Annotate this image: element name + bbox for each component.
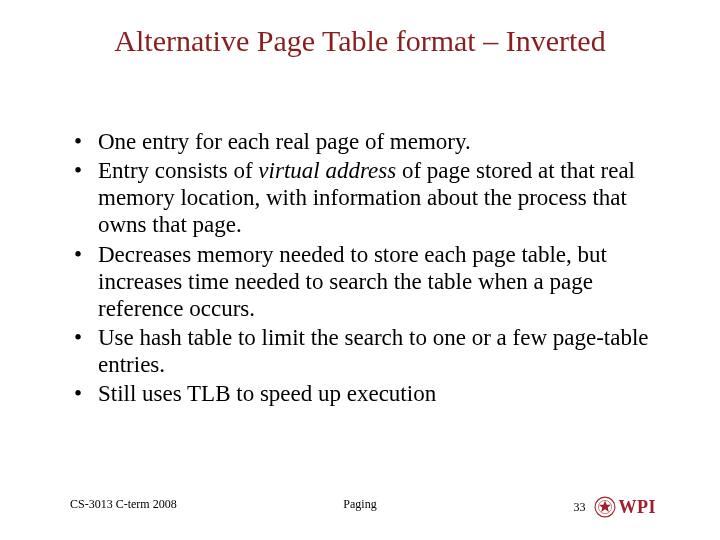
list-item: Still uses TLB to speed up execution: [70, 380, 650, 407]
slide-body: One entry for each real page of memory. …: [70, 128, 650, 409]
seal-icon: [594, 496, 616, 518]
footer-right-group: 33 WPI: [574, 496, 657, 518]
list-item: Decreases memory needed to store each pa…: [70, 241, 650, 322]
slide: Alternative Page Table format – Inverted…: [0, 0, 720, 540]
bullet-text-italic: virtual address: [258, 158, 396, 183]
bullet-text: Decreases memory needed to store each pa…: [98, 242, 607, 321]
list-item: One entry for each real page of memory.: [70, 128, 650, 155]
page-number: 33: [574, 500, 586, 515]
slide-footer: CS-3013 C-term 2008 Paging 33 WPI: [0, 488, 720, 518]
wpi-logo-text: WPI: [619, 497, 657, 518]
bullet-text-pre: Entry consists of: [98, 158, 258, 183]
list-item: Entry consists of virtual address of pag…: [70, 157, 650, 238]
slide-title: Alternative Page Table format – Inverted: [0, 24, 720, 58]
wpi-logo: WPI: [594, 496, 657, 518]
list-item: Use hash table to limit the search to on…: [70, 324, 650, 378]
bullet-list: One entry for each real page of memory. …: [70, 128, 650, 407]
bullet-text: Still uses TLB to speed up execution: [98, 381, 436, 406]
bullet-text: One entry for each real page of memory.: [98, 129, 471, 154]
bullet-text: Use hash table to limit the search to on…: [98, 325, 649, 377]
